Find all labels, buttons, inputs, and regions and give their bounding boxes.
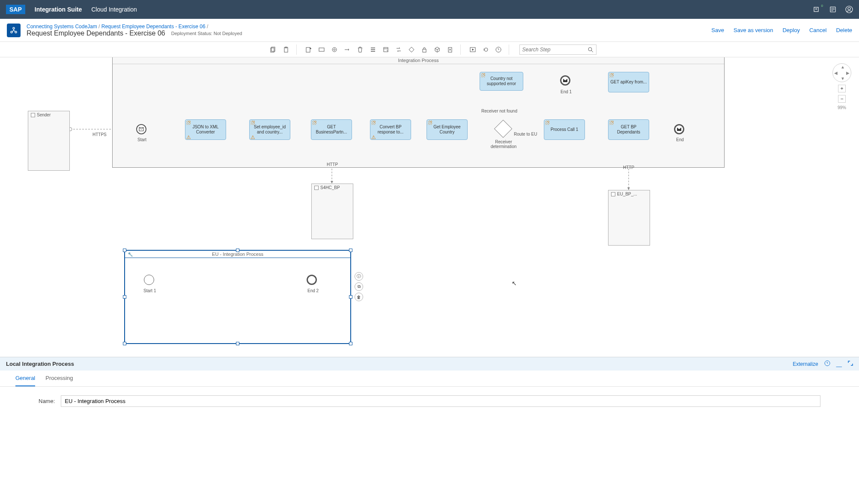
panel-tabs: General Processing [0,371,859,387]
suite-title: Integration Suite [35,6,82,13]
end2-label: End 2 [307,288,319,293]
start-label: Start [137,137,146,142]
deploy-button[interactable]: Deploy [782,27,799,33]
cube-icon[interactable] [431,44,443,56]
user-profile-icon[interactable] [845,6,853,13]
search-step[interactable] [519,44,597,55]
panel-maximize-icon[interactable] [848,361,853,367]
get-bp-dependants-node[interactable]: GET BP Dependants [608,119,649,140]
undo-icon[interactable] [480,44,492,56]
svg-point-3 [848,7,850,10]
lock-icon[interactable] [418,44,430,56]
local-integration-process[interactable]: EU - Integration Process 🔧 ⓘ ⧉ 🗑 [124,250,351,344]
page-title: Request Employee Dependants - Exercise 0… [27,30,242,37]
search-step-input[interactable] [522,47,588,53]
zoom-level: 99% [832,105,851,110]
name-input[interactable] [61,395,820,407]
page-header: Connecting Systems CodeJam / Request Emp… [0,19,859,42]
general-form: Name: [0,387,859,415]
notifications-icon[interactable]: 0 [813,6,820,13]
paste-icon[interactable] [280,44,292,56]
tab-processing[interactable]: Processing [45,371,73,386]
breadcrumb[interactable]: Connecting Systems CodeJam / Request Emp… [27,24,242,30]
svg-point-14 [334,49,335,50]
save-button[interactable]: Save [711,27,724,33]
convert-bp-node[interactable]: Convert BP response to...⚠ [370,119,411,140]
lp-delete-icon[interactable]: 🗑 [355,293,363,301]
properties-panel-header: Local Integration Process Externalize __ [0,357,859,371]
eubp-participant[interactable]: EU_BP_... [608,190,650,246]
module-title: Cloud Integration [91,6,137,13]
top-bar: SAP Integration Suite Cloud Integration … [0,0,859,19]
help-icon[interactable] [492,44,504,56]
eubp-label: EU_BP_... [617,192,637,196]
end1-event[interactable] [560,75,570,86]
tab-general[interactable]: General [15,371,35,386]
get-employee-country-node[interactable]: Get Employee Country [427,119,468,140]
svg-rect-9 [284,47,288,52]
cancel-button[interactable]: Cancel [809,27,826,33]
name-label: Name: [39,398,55,404]
svg-point-13 [332,47,337,52]
lp-copy-icon[interactable]: ⧉ [355,282,363,291]
start1-label: Start 1 [143,288,156,293]
end2-event[interactable] [307,275,317,285]
route-eu-label: Route to EU [514,132,537,136]
start-event[interactable] [136,124,146,134]
search-icon [588,47,594,53]
list-icon[interactable] [367,44,379,56]
pan-control[interactable]: ▲ ▼ ◀ ▶ [832,63,851,82]
externalize-button[interactable]: Externalize [793,361,818,367]
save-as-version-button[interactable]: Save as version [734,27,773,33]
http1-label: HTTP [327,162,338,167]
s4hc-participant[interactable]: S4HC_BP [311,184,353,239]
editor-toolbar [0,42,859,57]
panel-title: Local Integration Process [6,361,74,367]
json-to-xml-node[interactable]: JSON to XML Converter⚠ [185,119,226,140]
svg-rect-12 [319,48,324,51]
add-participant-icon[interactable] [303,44,315,56]
panel-minimize-icon[interactable]: __ [836,361,842,367]
set-employee-node[interactable]: Set employee_id and country...⚠ [249,119,290,140]
diagram-canvas[interactable]: Integration Process Sender HTTPS Start J… [0,57,859,357]
sender-participant[interactable]: Sender [28,111,70,171]
sap-logo: SAP [6,5,25,14]
end-label: End [676,137,684,142]
get-bp-node[interactable]: GET BusinessPartn... [311,119,352,140]
receiver-not-found-label: Receiver not found [481,109,517,113]
country-error-node[interactable]: Country not supported error [480,72,523,91]
clipboard-delete-icon[interactable] [444,44,456,56]
http2-label: HTTP [623,165,634,170]
add-event-icon[interactable] [328,44,340,56]
start1-event[interactable] [144,275,154,285]
svg-point-4 [13,27,15,29]
play-icon[interactable] [467,44,479,56]
zoom-in-button[interactable]: + [838,85,846,92]
gateway-icon[interactable] [406,44,418,56]
pool-title: Integration Process [113,57,724,64]
end1-label: End 1 [561,89,572,94]
gateway-label: Receiver determination [486,139,521,149]
add-connector-icon[interactable] [341,44,353,56]
add-pool-icon[interactable] [316,44,328,56]
nav-widget: ▲ ▼ ◀ ▶ + − 99% [832,63,851,110]
zoom-out-button[interactable]: − [838,95,846,103]
process-call-node[interactable]: Process Call 1 [544,119,585,140]
copy-icon[interactable] [267,44,279,56]
delete-step-icon[interactable] [354,44,366,56]
sender-label: Sender [37,113,51,117]
s4hc-label: S4HC_BP [320,185,340,190]
lp-info-icon[interactable]: ⓘ [355,272,363,281]
svg-rect-11 [306,47,310,52]
panel-help-icon[interactable] [824,360,830,368]
get-apikey-node[interactable]: GET apiKey from... [608,72,649,92]
https-label: HTTPS [92,132,107,137]
feedback-icon[interactable] [829,6,837,13]
calendar-icon[interactable] [380,44,392,56]
delete-button[interactable]: Delete [836,27,852,33]
collapse-panel-icon[interactable] [850,57,856,354]
swap-icon[interactable] [393,44,405,56]
svg-rect-16 [423,49,426,52]
iflow-icon [7,24,21,37]
end-event[interactable] [674,124,684,134]
